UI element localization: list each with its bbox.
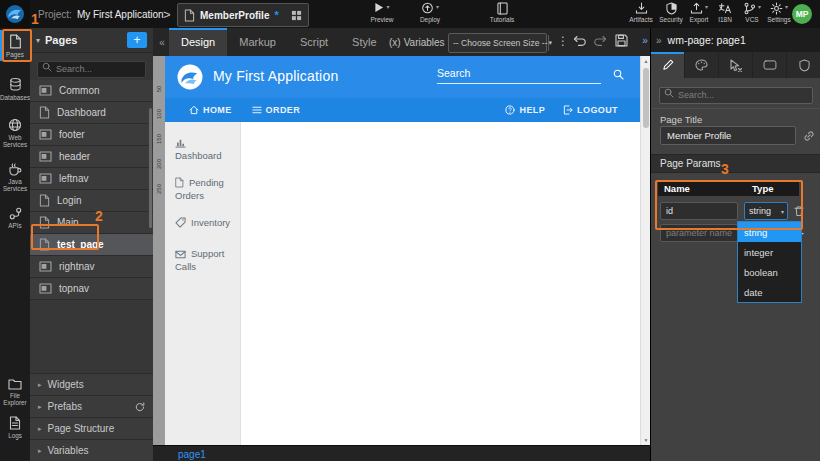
pages-search: [37, 58, 146, 75]
nav-home[interactable]: HOME: [189, 105, 232, 115]
deploy-button[interactable]: ▾ Deploy: [410, 2, 450, 26]
vcs-button[interactable]: ▾ VCS: [738, 2, 766, 26]
type-option-integer[interactable]: integer: [738, 242, 801, 262]
i18n-button[interactable]: I18N: [710, 2, 740, 26]
user-avatar[interactable]: MP: [792, 4, 812, 24]
page-params-section-header[interactable]: Page Params: [651, 154, 820, 173]
tutorials-button[interactable]: Tutorials: [482, 2, 522, 26]
home-icon: [189, 105, 199, 115]
app-sidebar-item-inventory[interactable]: Inventory: [165, 216, 240, 229]
page-list-item-header[interactable]: header: [30, 146, 153, 168]
page-list-item-common[interactable]: Common: [30, 80, 153, 102]
inspector-title: wm-page: page1: [668, 34, 746, 46]
canvas-area: « Design Markup Script Style (x) Variabl…: [153, 28, 650, 461]
design-canvas[interactable]: My First Application Search HOME ORDER H…: [165, 56, 640, 445]
annotation-step-1: 1: [31, 11, 39, 27]
refresh-icon[interactable]: [135, 402, 145, 412]
section-prefabs[interactable]: ▸ Prefabs: [30, 395, 153, 417]
page-icon: [39, 194, 50, 207]
nav-help[interactable]: HELP: [505, 105, 545, 115]
sidebar-item-file-explorer[interactable]: File Explorer: [0, 374, 30, 409]
page-list-item-leftnav[interactable]: leftnav: [30, 168, 153, 190]
grid-icon[interactable]: [291, 10, 302, 21]
scrollbar-thumb[interactable]: [643, 68, 649, 128]
settings-button[interactable]: ▾ Settings: [764, 2, 794, 26]
sidebar-item-web-services[interactable]: Web Services: [0, 114, 30, 151]
download-icon: [635, 2, 648, 14]
artifacts-button[interactable]: Artifacts: [626, 2, 656, 26]
logs-icon: [9, 416, 21, 430]
security-button[interactable]: Security: [656, 2, 686, 26]
canvas-bottom-bar: page1: [153, 445, 650, 461]
annotation-box-1: [2, 29, 32, 62]
nav-order[interactable]: ORDER: [252, 105, 301, 115]
inspector-search-input[interactable]: [659, 87, 813, 104]
app-sidebar-item-support-calls[interactable]: Support Calls: [165, 247, 240, 273]
tab-design[interactable]: Design: [169, 28, 227, 56]
sidebar-item-apis[interactable]: APIs: [0, 203, 30, 232]
mail-icon: [175, 250, 186, 259]
pages-panel-header[interactable]: ▾ Pages +: [30, 28, 153, 53]
redo-icon[interactable]: [593, 35, 607, 47]
tab-device[interactable]: [753, 52, 787, 78]
sidebar-item-databases[interactable]: Databases: [0, 73, 30, 104]
shield-icon: [799, 59, 810, 72]
app-header[interactable]: My First Application Search: [165, 56, 640, 98]
type-option-date[interactable]: date: [738, 282, 801, 302]
sidebar-item-java-services[interactable]: Java Services: [0, 159, 30, 195]
tab-events[interactable]: [719, 52, 753, 78]
page-list-item-rightnav[interactable]: rightnav: [30, 256, 153, 278]
tab-security[interactable]: [787, 52, 820, 78]
wavemaker-logo[interactable]: [0, 0, 30, 28]
undo-icon[interactable]: [573, 35, 587, 47]
preview-button[interactable]: ▾ Preview: [362, 2, 402, 26]
save-icon[interactable]: [615, 34, 628, 47]
app-logo-icon: [177, 64, 203, 90]
link-icon[interactable]: [803, 130, 815, 142]
page-list-item-topnav[interactable]: topnav: [30, 278, 153, 300]
collapse-left-panel-icon[interactable]: «: [155, 37, 169, 48]
app-sidebar-item-pending-orders[interactable]: Pending Orders: [165, 176, 240, 202]
document-tab[interactable]: MemberProfile *: [177, 3, 309, 27]
chart-icon: [175, 138, 186, 148]
search-icon: [42, 62, 52, 72]
deploy-icon: [421, 2, 434, 14]
page-list-item-dashboard[interactable]: Dashboard: [30, 102, 153, 124]
open-page-tab[interactable]: page1: [178, 449, 206, 460]
partial-page-icon: [39, 261, 52, 272]
tab-properties[interactable]: [651, 52, 685, 78]
tag-icon: [175, 217, 186, 228]
page-list-item-footer[interactable]: footer: [30, 124, 153, 146]
variables-dropdown[interactable]: (x) Variables ▾: [389, 28, 451, 56]
tab-markup[interactable]: Markup: [227, 28, 288, 56]
section-page-structure[interactable]: ▸ Page Structure: [30, 417, 153, 439]
document-tab-label: MemberProfile: [200, 10, 269, 21]
section-widgets[interactable]: ▸ Widgets: [30, 373, 153, 395]
app-search-input[interactable]: Search: [437, 67, 601, 84]
tab-styles[interactable]: [685, 52, 719, 78]
pages-panel-filler: [30, 300, 153, 373]
add-page-button[interactable]: +: [127, 32, 147, 48]
tab-script[interactable]: Script: [288, 28, 340, 56]
chevron-down-icon: ▾: [36, 36, 40, 45]
collapse-right-panel-icon[interactable]: »: [656, 35, 662, 46]
nav-logout[interactable]: LOGOUT: [563, 105, 618, 115]
search-icon[interactable]: [613, 69, 624, 80]
kebab-menu-icon[interactable]: ⋮: [557, 34, 569, 48]
pages-panel-scrollbar[interactable]: [149, 108, 152, 228]
annotation-box-2: [31, 224, 99, 250]
page-list-item-login[interactable]: Login: [30, 190, 153, 212]
screen-size-select[interactable]: -- Choose Screen Size -- ▾: [448, 33, 547, 53]
type-option-boolean[interactable]: boolean: [738, 262, 801, 282]
sidebar-item-logs[interactable]: Logs: [0, 412, 30, 442]
section-variables[interactable]: ▸ Variables: [30, 439, 153, 461]
tab-style[interactable]: Style: [340, 28, 388, 56]
wavemaker-studio: Project: My First Application > MemberPr…: [0, 0, 820, 461]
api-icon: [9, 207, 22, 220]
type-dropdown: string integer boolean date: [737, 221, 802, 303]
project-name: My First Application: [77, 9, 164, 20]
page-title-input[interactable]: [660, 126, 796, 145]
app-sidebar-item-dashboard[interactable]: Dashboard: [165, 136, 240, 162]
pages-search-input[interactable]: [37, 61, 146, 78]
divider: [651, 108, 820, 109]
